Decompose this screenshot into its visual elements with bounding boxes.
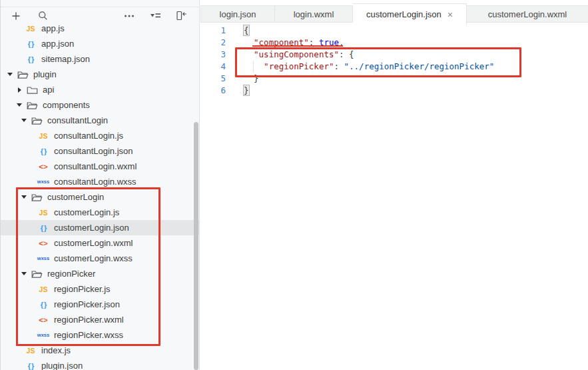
file-explorer-panel: JSapp.js{ }app.json{ }sitemap.jsonplugin… <box>1 0 200 370</box>
collapse-folders-icon[interactable] <box>149 10 161 22</box>
js-file-icon: JS <box>36 285 51 293</box>
tree-item-label: customerLogin.js <box>54 207 119 217</box>
tree-item-label: app.js <box>41 23 65 33</box>
folder-open-icon <box>29 269 44 279</box>
search-icon[interactable] <box>37 10 49 22</box>
tree-folder-plugin[interactable]: plugin <box>1 67 199 82</box>
code-line[interactable]: 3 "usingComponents": { <box>200 49 588 61</box>
tab-customerLogin.wxml[interactable]: customerLogin.wxml <box>467 5 588 23</box>
tree-file-customerLogin.js[interactable]: JScustomerLogin.js <box>1 205 199 220</box>
tree-item-label: components <box>43 100 90 110</box>
tree-item-label: api <box>43 85 54 95</box>
line-number: 6 <box>200 85 226 97</box>
json-file-icon: { } <box>23 362 38 370</box>
indent-guide <box>253 61 254 73</box>
code-text: "regionPicker": "../regionPicker/regionP… <box>226 61 494 73</box>
code-area[interactable]: 1{2 "component": true,3 "usingComponents… <box>200 25 588 370</box>
tree-file-consultantLogin.json[interactable]: { }consultantLogin.json <box>1 143 199 159</box>
json-file-icon: { } <box>36 224 51 232</box>
tab-label: login.json <box>220 9 256 19</box>
tree-item-label: regionPicker.wxml <box>54 315 124 325</box>
tree-item-label: consultantLogin <box>47 115 108 125</box>
tab-login.json[interactable]: login.json <box>200 5 275 23</box>
tab-label: login.wxml <box>294 9 334 19</box>
tree-file-app.js[interactable]: JSapp.js <box>1 21 199 36</box>
line-number: 3 <box>200 49 226 61</box>
tree-file-regionPicker.js[interactable]: JSregionPicker.js <box>1 281 199 297</box>
tree-item-label: regionPicker.json <box>54 299 120 309</box>
more-options-icon[interactable] <box>123 10 135 22</box>
tab-customerLogin.json[interactable]: customerLogin.json× <box>353 3 467 25</box>
tree-file-regionPicker.wxml[interactable]: <>regionPicker.wxml <box>1 312 199 327</box>
json-file-icon: { } <box>36 147 51 155</box>
code-text: "usingComponents": { <box>226 49 354 61</box>
code-line[interactable]: 5 } <box>200 73 588 85</box>
wxml-file-icon: <> <box>36 239 51 247</box>
tree-file-consultantLogin.wxss[interactable]: wxssconsultantLogin.wxss <box>1 174 199 189</box>
tree-file-consultantLogin.wxml[interactable]: <>consultantLogin.wxml <box>1 159 199 174</box>
json-file-icon: { } <box>36 301 51 309</box>
chevron-down-icon[interactable] <box>14 103 25 107</box>
tree-file-sitemap.json[interactable]: { }sitemap.json <box>1 51 199 67</box>
tree-item-label: regionPicker.wxss <box>54 330 123 340</box>
add-file-icon[interactable] <box>10 10 22 22</box>
tree-file-index.js[interactable]: JSindex.js <box>1 343 199 358</box>
tree-file-app.json[interactable]: { }app.json <box>1 36 199 51</box>
tree-item-label: customerLogin.wxml <box>54 238 133 248</box>
file-tree: JSapp.js{ }app.json{ }sitemap.jsonplugin… <box>1 21 199 370</box>
tree-folder-consultantLogin[interactable]: consultantLogin <box>1 113 199 128</box>
tab-bar: login.jsonlogin.wxmlcustomerLogin.json×c… <box>200 0 588 25</box>
folder-open-icon <box>29 116 44 125</box>
chevron-down-icon[interactable] <box>19 272 29 275</box>
tree-file-plugin.json[interactable]: { }plugin.json <box>1 358 199 370</box>
tree-folder-api[interactable]: api <box>1 82 199 97</box>
wxss-file-icon: wxss <box>36 332 51 338</box>
line-number: 2 <box>200 37 226 49</box>
tab-label: customerLogin.wxml <box>488 9 567 19</box>
code-line[interactable]: 6} <box>200 85 588 97</box>
line-number: 5 <box>200 73 226 85</box>
tree-item-label: plugin.json <box>41 361 83 370</box>
tab-login.wxml[interactable]: login.wxml <box>275 5 353 23</box>
tree-file-consultantLogin.js[interactable]: JSconsultantLogin.js <box>1 128 199 143</box>
tree-item-label: customerLogin.wxss <box>54 253 133 263</box>
code-line[interactable]: 2 "component": true, <box>200 37 588 49</box>
wxss-file-icon: wxss <box>36 255 51 261</box>
sidebar-scrollbar[interactable] <box>194 122 198 370</box>
tree-file-customerLogin.wxss[interactable]: wxsscustomerLogin.wxss <box>1 251 199 266</box>
code-text: "component": true, <box>226 37 344 49</box>
wxml-file-icon: <> <box>36 316 51 324</box>
tab-label: customerLogin.json <box>366 9 441 19</box>
code-text: { <box>226 25 249 37</box>
tree-file-customerLogin.json[interactable]: { }customerLogin.json <box>1 220 199 235</box>
tree-item-label: consultantLogin.js <box>54 131 123 141</box>
tree-file-customerLogin.wxml[interactable]: <>customerLogin.wxml <box>1 235 199 251</box>
chevron-down-icon[interactable] <box>19 119 29 122</box>
folder-open-icon <box>25 101 39 110</box>
folder-open-icon <box>15 70 30 79</box>
chevron-right-icon[interactable] <box>14 87 25 93</box>
code-line[interactable]: 4 "regionPicker": "../regionPicker/regio… <box>200 61 588 73</box>
code-line[interactable]: 1{ <box>200 25 588 37</box>
tree-folder-components[interactable]: components <box>1 97 199 113</box>
code-text: } <box>226 73 259 85</box>
chevron-down-icon[interactable] <box>19 195 29 199</box>
tree-item-label: plugin <box>33 69 57 79</box>
tree-item-label: customerLogin <box>47 192 104 202</box>
line-number: 4 <box>200 61 226 73</box>
close-tab-icon[interactable]: × <box>447 10 453 19</box>
tree-file-regionPicker.wxss[interactable]: wxssregionPicker.wxss <box>1 327 199 343</box>
line-number: 1 <box>200 25 226 37</box>
hide-sidebar-icon[interactable] <box>175 10 187 22</box>
tree-folder-regionPicker[interactable]: regionPicker <box>1 266 199 281</box>
tree-file-regionPicker.json[interactable]: { }regionPicker.json <box>1 297 199 312</box>
chevron-down-icon[interactable] <box>5 73 15 76</box>
json-file-icon: { } <box>23 40 38 48</box>
folder-open-icon <box>29 193 44 202</box>
tree-folder-customerLogin[interactable]: customerLogin <box>1 189 199 205</box>
tree-item-label: regionPicker <box>47 269 95 279</box>
tree-item-label: index.js <box>41 345 71 355</box>
tree-item-label: app.json <box>41 39 74 49</box>
tree-item-label: consultantLogin.wxml <box>54 161 137 171</box>
wxss-file-icon: wxss <box>36 179 51 185</box>
